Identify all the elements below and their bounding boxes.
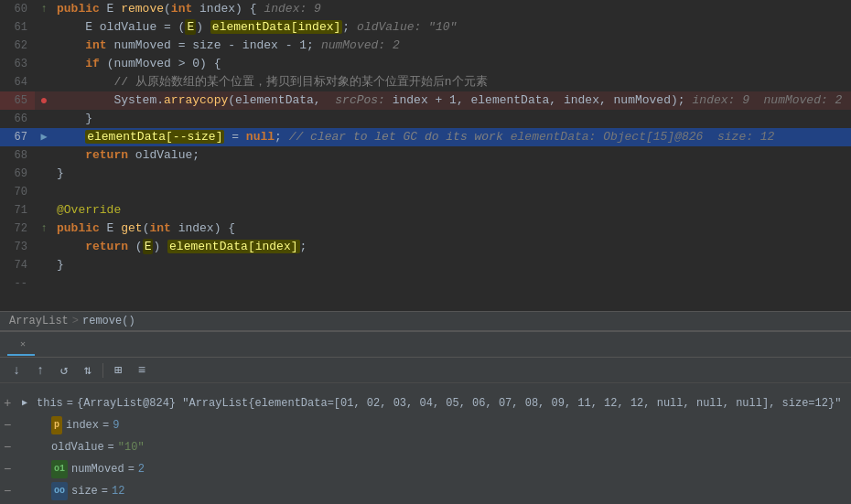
code-content [53, 274, 851, 293]
gutter-indicator: ● [35, 91, 53, 110]
line-number: 64 [0, 73, 35, 91]
gutter-indicator [35, 55, 53, 73]
var-minus-btn[interactable]: − [4, 416, 18, 434]
gutter-indicator [35, 201, 53, 220]
code-line-69: 69} [0, 165, 851, 183]
toolbar-sep [102, 363, 103, 378]
code-content: if (numMoved > 0) { [53, 55, 851, 73]
line-number: 63 [0, 55, 35, 73]
code-line-74: 74} [0, 256, 851, 274]
code-content: } [53, 256, 851, 274]
var-expand-icon[interactable]: ▶ [22, 394, 37, 413]
code-content: int numMoved = size - index - 1;numMoved… [53, 37, 851, 55]
line-number: 65 [0, 91, 35, 110]
code-line-68: 68 return oldValue; [0, 146, 851, 165]
line-number: 69 [0, 165, 35, 183]
gutter-indicator [35, 18, 53, 37]
breadcrumb-sep: > [72, 315, 79, 327]
gutter-indicator [35, 165, 53, 183]
variables-list: +▶this = {ArrayList@824} "ArrayList{elem… [0, 391, 851, 504]
bottom-panel: ✕ ↓ ↑ ↺ ⇅ ⊞ ≡ +▶this = {ArrayList@824} "… [0, 330, 851, 504]
breakpoint-icon: ● [40, 91, 48, 110]
var-value: 2 [138, 460, 145, 478]
line-number: 66 [0, 110, 35, 128]
var-equals: = [102, 482, 108, 500]
var-value: 9 [113, 416, 119, 434]
toolbar-refresh-btn[interactable]: ↺ [55, 361, 73, 380]
toolbar-list-btn[interactable]: ≡ [133, 361, 151, 380]
gutter-indicator [35, 238, 53, 256]
toolbar-grid-btn[interactable]: ⊞ [109, 361, 127, 380]
code-line-63: 63 if (numMoved > 0) { [0, 55, 851, 73]
variables-header [0, 383, 851, 391]
var-item-oldValue[interactable]: − oldValue = "10" [0, 436, 851, 458]
var-equals: = [67, 394, 73, 413]
var-item-index[interactable]: − pindex = 9 [0, 414, 851, 436]
line-number: 70 [0, 183, 35, 201]
gutter-indicator [35, 73, 53, 91]
var-minus-btn[interactable]: − [4, 438, 18, 456]
type-badge-oo: oo [51, 482, 68, 500]
breadcrumb: ArrayList > remove() [0, 311, 851, 330]
gutter-indicator [35, 110, 53, 128]
arrow-icon: ↑ [40, 220, 47, 238]
gutter-indicator [35, 274, 53, 293]
gutter-indicator: ↑ [35, 0, 53, 18]
toolbar-upload-btn[interactable]: ↑ [31, 361, 49, 380]
gutter-indicator: ▶ [35, 128, 53, 146]
code-line-67: 67▶ elementData[--size] = null; // clear… [0, 128, 851, 146]
code-line-73: 73 return (E) elementData[index]; [0, 238, 851, 256]
var-name: oldValue [51, 438, 104, 456]
var-minus-btn[interactable]: − [4, 482, 18, 500]
execution-arrow-icon: ▶ [40, 128, 47, 146]
code-line-60: 60↑public E remove(int index) {index: 9 [0, 0, 851, 18]
gutter-indicator [35, 37, 53, 55]
var-item-numMoved[interactable]: − o1numMoved = 2 [0, 458, 851, 480]
var-equals: = [102, 416, 109, 434]
code-line-64: 64 // 从原始数组的某个位置，拷贝到目标对象的某个位置开始后n个元素 [0, 73, 851, 91]
code-line-70: 70 [0, 183, 851, 201]
code-content: public E get(int index) { [53, 220, 851, 238]
code-line-72: 72↑public E get(int index) { [0, 220, 851, 238]
line-number: 73 [0, 238, 35, 256]
code-content: System.arraycopy(elementData, srcPos: in… [53, 91, 851, 110]
code-content: // 从原始数组的某个位置，拷贝到目标对象的某个位置开始后n个元素 [53, 73, 851, 91]
code-content: return (E) elementData[index]; [53, 238, 851, 256]
var-minus-btn[interactable]: − [4, 460, 18, 478]
code-content: elementData[--size] = null; // clear to … [53, 128, 851, 146]
line-number: 71 [0, 201, 35, 220]
toolbar-download-btn[interactable]: ↓ [7, 361, 26, 380]
arrow-icon: ↑ [40, 0, 47, 18]
var-item-this[interactable]: +▶this = {ArrayList@824} "ArrayList{elem… [0, 392, 851, 414]
toolbar-sort-btn[interactable]: ⇅ [79, 361, 97, 380]
line-number: 62 [0, 37, 35, 55]
breadcrumb-part-1: ArrayList [9, 315, 69, 327]
code-line-61: 61 E oldValue = (E) elementData[index];o… [0, 18, 851, 37]
line-number: 72 [0, 220, 35, 238]
code-content: return oldValue; [53, 146, 851, 165]
var-value: {ArrayList@824} "ArrayList{elementData=[… [77, 394, 841, 413]
breadcrumb-part-2: remove() [82, 315, 135, 327]
code-line-66: 66 } [0, 110, 851, 128]
line-number: 67 [0, 128, 35, 146]
code-line---: -- [0, 274, 851, 293]
line-number: -- [0, 274, 35, 293]
panel-tabs: ✕ [0, 332, 851, 358]
code-content: @Override [53, 201, 851, 220]
var-value: 12 [112, 482, 124, 500]
var-item-size[interactable]: − oosize = 12 [0, 480, 851, 502]
type-badge-o1: o1 [51, 460, 68, 478]
gutter-indicator [35, 256, 53, 274]
tab-list[interactable]: ✕ [7, 334, 35, 356]
panel-toolbar: ↓ ↑ ↺ ⇅ ⊞ ≡ [0, 358, 851, 383]
line-number: 60 [0, 0, 35, 18]
code-lines: 60↑public E remove(int index) {index: 96… [0, 0, 851, 311]
var-name: numMoved [71, 460, 124, 478]
var-add-btn[interactable]: + [4, 394, 18, 413]
code-line-62: 62 int numMoved = size - index - 1;numMo… [0, 37, 851, 55]
tab-close-icon[interactable]: ✕ [20, 339, 26, 349]
line-number: 74 [0, 256, 35, 274]
line-number: 61 [0, 18, 35, 37]
code-content [53, 183, 851, 201]
code-content: E oldValue = (E) elementData[index];oldV… [53, 18, 851, 37]
